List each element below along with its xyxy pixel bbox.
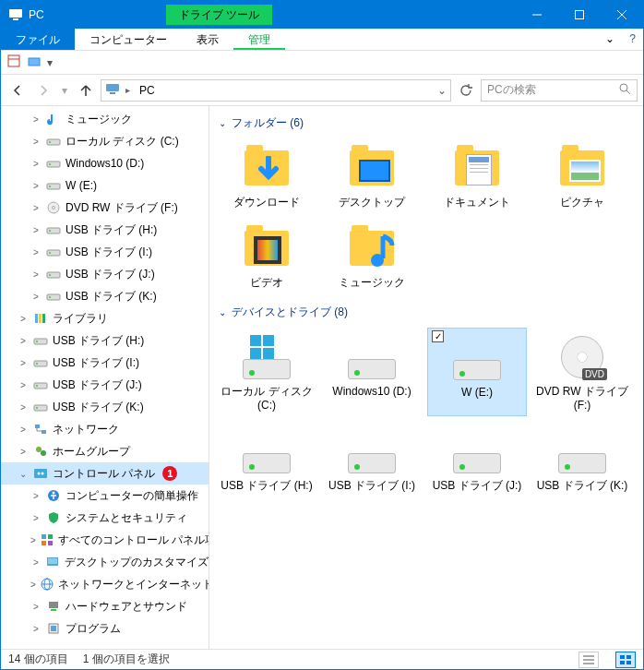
tree-item[interactable]: >ネットワーク	[1, 418, 209, 440]
tree-item[interactable]: >Windows10 (D:)	[1, 152, 209, 174]
drive-item[interactable]: USB ドライブ (K:)	[532, 422, 632, 497]
tree-item[interactable]: >USB ドライブ (H:)	[1, 329, 209, 352]
expand-icon[interactable]: >	[30, 181, 42, 191]
expand-icon[interactable]: >	[18, 314, 29, 324]
search-box[interactable]: PCの検索	[481, 79, 638, 102]
expand-icon[interactable]: >	[18, 358, 29, 368]
tree-item[interactable]: >USB ドライブ (K:)	[1, 285, 209, 307]
expand-icon[interactable]: >	[18, 336, 29, 346]
expand-icon[interactable]: >	[18, 380, 29, 390]
expand-icon[interactable]: >	[18, 425, 29, 435]
new-folder-icon[interactable]	[27, 54, 42, 71]
navigation-tree[interactable]: >ミュージック>ローカル ディスク (C:)>Windows10 (D:)>W …	[1, 106, 209, 649]
ease-icon	[45, 487, 62, 504]
tab-view[interactable]: 表示	[182, 29, 233, 50]
tree-item[interactable]: >DVD RW ドライブ (F:)	[1, 197, 209, 219]
recent-dropdown[interactable]: ▾	[58, 79, 71, 102]
expand-icon[interactable]: >	[30, 513, 42, 523]
desktop-icon	[342, 142, 401, 194]
group-folders-header[interactable]: ⌄ フォルダー (6)	[219, 115, 643, 131]
tab-manage[interactable]: 管理	[233, 29, 285, 50]
expand-icon[interactable]: >	[30, 535, 36, 545]
svg-rect-41	[35, 425, 40, 428]
folder-item[interactable]: ミュージック	[322, 219, 422, 293]
expand-icon[interactable]: >	[30, 624, 42, 634]
music-icon	[342, 222, 401, 274]
tree-item[interactable]: >USB ドライブ (I:)	[1, 241, 209, 263]
drive-item[interactable]: Windows10 (D:)	[322, 328, 422, 416]
expand-icon[interactable]: >	[30, 114, 42, 125]
folder-item[interactable]: デスクトップ	[322, 138, 422, 213]
up-button[interactable]	[75, 79, 97, 102]
tree-item[interactable]: >USB ドライブ (H:)	[1, 219, 209, 241]
tree-item[interactable]: >W (E:)	[1, 174, 209, 197]
large-icons-view-button[interactable]	[615, 652, 636, 668]
folder-item[interactable]: ピクチャ	[532, 138, 632, 213]
status-item-count: 14 個の項目	[8, 652, 68, 667]
expand-icon[interactable]: >	[18, 447, 29, 457]
drive-item[interactable]: DVDDVD RW ドライブ (F:)	[532, 328, 632, 416]
tree-item[interactable]: >プログラム	[1, 617, 209, 640]
expand-icon[interactable]: >	[30, 292, 42, 302]
tree-item[interactable]: >コンピューターの簡単操作	[1, 485, 209, 507]
tab-file[interactable]: ファイル	[1, 29, 75, 50]
expand-icon[interactable]: >	[30, 580, 36, 590]
expand-icon[interactable]: >	[30, 203, 42, 213]
drive-icon	[45, 288, 62, 305]
svg-point-47	[42, 473, 44, 475]
tree-item[interactable]: >すべてのコントロール パネル項目	[1, 529, 209, 551]
checkbox-icon[interactable]: ✓	[432, 330, 444, 342]
breadcrumb-pc[interactable]: PC	[136, 84, 159, 97]
help-button[interactable]: ?	[622, 29, 643, 50]
folder-item[interactable]: ビデオ	[217, 219, 316, 293]
tree-item[interactable]: >ローカル ディスク (C:)	[1, 130, 209, 152]
tree-item[interactable]: >ハードウェアとサウンド	[1, 595, 209, 617]
chevron-right-icon[interactable]: ▸	[125, 85, 130, 95]
svg-rect-73	[620, 661, 625, 664]
tree-item[interactable]: >ホームグループ	[1, 440, 209, 462]
tree-item[interactable]: ⌄コントロール パネル1	[1, 462, 209, 485]
tree-item[interactable]: >システムとセキュリティ	[1, 507, 209, 529]
expand-icon[interactable]: >	[30, 159, 42, 169]
expand-icon[interactable]: >	[30, 225, 42, 235]
tree-item[interactable]: >ネットワークとインターネット	[1, 573, 209, 595]
minimize-button[interactable]	[516, 1, 558, 29]
svg-point-27	[49, 274, 51, 276]
tree-item[interactable]: >ミュージック	[1, 108, 209, 130]
drive-item[interactable]: USB ドライブ (I:)	[322, 422, 422, 497]
details-view-button[interactable]	[578, 652, 599, 668]
tab-computer[interactable]: コンピューター	[75, 29, 182, 50]
qat-dropdown-icon[interactable]: ▾	[47, 56, 53, 69]
ribbon-expand-icon[interactable]: ⌄	[598, 29, 622, 50]
address-bar[interactable]: ▸ PC ⌄	[101, 79, 451, 102]
tree-item[interactable]: >デスクトップのカスタマイズ	[1, 551, 209, 573]
folder-item[interactable]: ドキュメント	[427, 138, 527, 213]
refresh-button[interactable]	[455, 79, 477, 102]
expand-icon[interactable]: ⌄	[18, 469, 29, 479]
group-drives-header[interactable]: ⌄ デバイスとドライブ (8)	[219, 305, 643, 320]
tree-item[interactable]: >USB ドライブ (J:)	[1, 263, 209, 285]
close-button[interactable]	[601, 1, 643, 29]
expand-icon[interactable]: >	[30, 491, 42, 501]
back-button[interactable]	[6, 79, 29, 102]
tree-item[interactable]: >USB ドライブ (I:)	[1, 352, 209, 374]
drive-item[interactable]: USB ドライブ (J:)	[427, 422, 527, 497]
expand-icon[interactable]: >	[30, 602, 42, 612]
drive-item[interactable]: USB ドライブ (H:)	[217, 422, 316, 497]
expand-icon[interactable]: >	[30, 247, 42, 257]
address-dropdown-icon[interactable]: ⌄	[437, 84, 447, 97]
expand-icon[interactable]: >	[30, 557, 42, 568]
properties-icon[interactable]	[6, 54, 21, 71]
drive-item[interactable]: ✓W (E:)	[427, 328, 527, 416]
expand-icon[interactable]: >	[30, 137, 42, 147]
expand-icon[interactable]: >	[18, 402, 29, 413]
expand-icon[interactable]: >	[30, 269, 42, 280]
forward-button[interactable]	[32, 79, 54, 102]
folder-item[interactable]: ダウンロード	[217, 138, 316, 213]
tree-item[interactable]: >USB ドライブ (J:)	[1, 374, 209, 396]
maximize-button[interactable]	[558, 1, 601, 29]
tree-item[interactable]: >USB ドライブ (K:)	[1, 396, 209, 418]
tree-item[interactable]: >ライブラリ	[1, 307, 209, 329]
drive-icon	[447, 332, 507, 384]
drive-item[interactable]: ローカル ディスク (C:)	[217, 328, 316, 416]
